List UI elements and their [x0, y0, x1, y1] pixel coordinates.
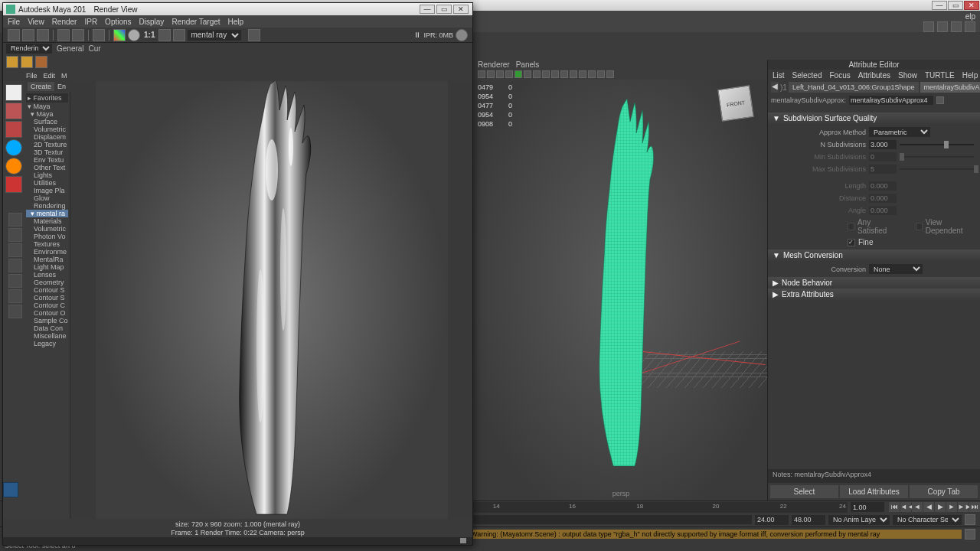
snapshot-icon[interactable]: [37, 29, 49, 41]
tree-item[interactable]: MentalRa: [26, 256, 68, 263]
step-back-button[interactable]: ◄: [912, 502, 923, 512]
submenu-file[interactable]: File: [26, 72, 38, 80]
render-close-button[interactable]: ✕: [453, 5, 469, 14]
render-menu[interactable]: File: [8, 18, 20, 26]
vp-tool-icon[interactable]: [505, 70, 513, 78]
play-fwd-button[interactable]: ▶: [935, 502, 946, 512]
tree-item[interactable]: Contour S: [26, 294, 68, 302]
section-node-behavior[interactable]: ▶ Node Behavior: [768, 277, 980, 289]
hypershade-tree[interactable]: ▸ Favorites ▾ Maya ▾ Maya Surface Volume…: [24, 92, 70, 519]
tree-mentalray[interactable]: ▾ mental ra: [26, 210, 68, 217]
fine-checkbox[interactable]: [848, 239, 855, 246]
viewport-canvas[interactable]: 04790 09540 04770 09540 09080 FRONT pers…: [475, 80, 767, 500]
render-globals-icon[interactable]: [93, 29, 105, 41]
select-tool[interactable]: [5, 84, 22, 101]
current-frame-input[interactable]: [851, 502, 884, 512]
node-tab[interactable]: Left_Hand_04_v013_006:Group1Shape: [789, 82, 919, 93]
goto-end-button[interactable]: ⏭: [969, 502, 980, 512]
paint-tool[interactable]: [5, 121, 22, 138]
tree-item[interactable]: Contour S: [26, 286, 68, 294]
tree-item[interactable]: Volumetric: [26, 225, 68, 233]
script-editor-icon[interactable]: [965, 529, 975, 540]
range-end-inner[interactable]: [755, 515, 789, 525]
node-name-input[interactable]: [849, 96, 933, 105]
render-canvas[interactable]: [70, 81, 472, 519]
vp-tool-icon[interactable]: [514, 70, 522, 78]
node-tab-active[interactable]: mentalraySubdivApprox4: [920, 82, 980, 93]
step-fwd-key-button[interactable]: ►►: [958, 502, 969, 512]
pause-icon[interactable]: [248, 29, 260, 41]
vp-tool-icon[interactable]: [579, 70, 586, 78]
rotate-tool[interactable]: [5, 158, 22, 174]
range-end-outer[interactable]: [792, 515, 825, 525]
vp-menu-panels[interactable]: Panels: [516, 60, 540, 69]
load-attrs-button[interactable]: Load Attributes: [840, 485, 908, 498]
tab-scroll-left[interactable]: ◀: [771, 82, 779, 93]
select-button[interactable]: Select: [770, 485, 838, 498]
tree-item[interactable]: Contour C: [26, 302, 68, 309]
tree-item[interactable]: Image Pla: [26, 187, 68, 194]
render-minimize-button[interactable]: —: [420, 5, 435, 14]
menu-help[interactable]: elp: [965, 12, 975, 21]
tree-maya-exp[interactable]: ▾ Maya: [26, 110, 68, 118]
remove-image-icon[interactable]: [173, 29, 185, 41]
close-button[interactable]: ✕: [964, 1, 979, 10]
tab-general[interactable]: General: [57, 44, 84, 53]
ipr-render-icon[interactable]: [57, 29, 70, 41]
render-menu[interactable]: View: [28, 18, 44, 26]
scale-tool[interactable]: [5, 176, 22, 193]
rgb-icon[interactable]: [113, 29, 126, 41]
tree-item[interactable]: Geometry: [26, 279, 68, 286]
nsub-input[interactable]: [869, 140, 897, 149]
render-frame-icon[interactable]: [8, 29, 20, 41]
taskbar-thumb[interactable]: [3, 482, 18, 497]
tree-item[interactable]: Data Con: [26, 324, 68, 332]
play-back-button[interactable]: ◀: [923, 502, 934, 512]
shelf-peek-icon[interactable]: [21, 56, 33, 68]
section-subdiv-quality[interactable]: ▼ Subdivision Surface Quality: [768, 112, 980, 124]
vp-tool-icon[interactable]: [551, 70, 559, 78]
tree-item[interactable]: Surface: [26, 118, 68, 126]
attr-menu[interactable]: TURTLE: [925, 71, 955, 80]
en-tab[interactable]: En: [57, 83, 66, 90]
zoom-ratio[interactable]: 1:1: [142, 31, 156, 39]
submenu-m[interactable]: M: [61, 72, 67, 80]
tree-item[interactable]: Rendering: [26, 202, 68, 210]
tree-item[interactable]: Materials: [26, 217, 68, 225]
view-cube[interactable]: FRONT: [717, 85, 753, 121]
layout-icon[interactable]: [8, 259, 22, 272]
refresh-icon[interactable]: [72, 29, 84, 41]
tree-item[interactable]: Env Textu: [26, 156, 68, 164]
tree-item[interactable]: Light Map: [26, 263, 68, 271]
tree-item[interactable]: Lights: [26, 171, 68, 179]
attr-menu[interactable]: Selected: [792, 71, 822, 80]
tree-item[interactable]: Volumetric: [26, 126, 68, 133]
tree-item[interactable]: 3D Textur: [26, 148, 68, 156]
tree-item[interactable]: Utilities: [26, 179, 68, 187]
tree-item[interactable]: Textures: [26, 240, 68, 248]
vp-tool-icon[interactable]: [570, 70, 577, 78]
layout-icon-1[interactable]: [923, 21, 934, 32]
tree-item[interactable]: Legacy: [26, 340, 68, 347]
renderer-select[interactable]: mental ray: [188, 30, 241, 41]
vp-tool-icon[interactable]: [597, 70, 605, 78]
conversion-select[interactable]: None: [869, 264, 923, 274]
char-set-select[interactable]: No Character Set: [893, 515, 962, 525]
tab-cur[interactable]: Cur: [89, 44, 101, 53]
minimize-button[interactable]: —: [932, 1, 947, 10]
tree-item[interactable]: Displacem: [26, 133, 68, 141]
vp-tool-icon[interactable]: [606, 70, 614, 78]
vp-tool-icon[interactable]: [560, 70, 568, 78]
layout-icon[interactable]: [8, 243, 22, 257]
render-titlebar[interactable]: Autodesk Maya 201 Render View — ▭ ✕: [3, 3, 472, 15]
step-back-key-button[interactable]: ◄◄: [900, 502, 911, 512]
shelf-peek-icon[interactable]: [35, 56, 47, 68]
alpha-icon[interactable]: [128, 29, 140, 41]
close-ipr-icon[interactable]: [456, 29, 468, 41]
lasso-tool[interactable]: [5, 103, 22, 119]
render-region-icon[interactable]: [22, 29, 34, 41]
layout-icon[interactable]: [8, 228, 22, 242]
section-mesh-conv[interactable]: ▼ Mesh Conversion: [768, 249, 980, 261]
render-menu[interactable]: Render: [52, 18, 77, 26]
tree-item[interactable]: Contour O: [26, 309, 68, 317]
